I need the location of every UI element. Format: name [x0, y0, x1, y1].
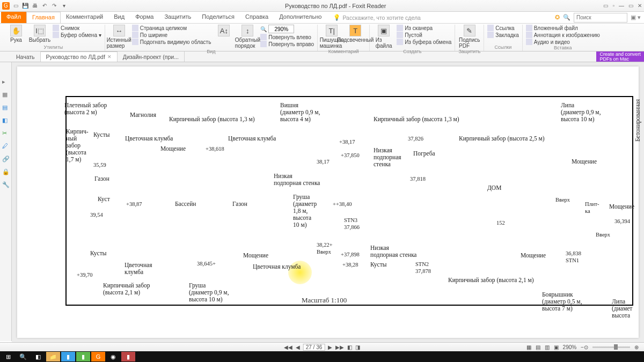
side-cut-icon[interactable]: ✂: [2, 130, 10, 137]
task-app1-icon[interactable]: ▮: [61, 352, 75, 361]
close-button[interactable]: ✕: [638, 3, 642, 9]
tab-view[interactable]: Вид: [108, 12, 130, 23]
first-page-button[interactable]: ◀◀: [284, 344, 292, 350]
status-bar: ◀◀ ◀ 27 / 36 ▶ ▶▶ ◧ ◨ ▦ ▤ ▥ ▣ 290% −⊙ ⊕: [0, 342, 644, 351]
tab-comment[interactable]: Комментарий: [61, 12, 108, 23]
image-annot-button[interactable]: Аннотация к изображению: [526, 32, 600, 38]
fit-page-button[interactable]: Страница целиком: [132, 25, 211, 31]
maximize-button[interactable]: ▭: [628, 3, 633, 9]
minimize-button[interactable]: ▭: [603, 3, 608, 9]
rotate-left-button[interactable]: Повернуть влево: [260, 34, 314, 40]
doc-tab-design[interactable]: Дизайн-проект (при...: [118, 51, 185, 62]
page-indicator[interactable]: 27 / 36: [303, 344, 325, 351]
tab-home[interactable]: Главная: [26, 12, 61, 23]
view-mode1-icon[interactable]: ▦: [526, 344, 531, 350]
help-button[interactable]: —: [619, 3, 624, 9]
plan-label: Погреба: [413, 150, 435, 157]
tab-file[interactable]: Файл: [1, 12, 26, 23]
search-input[interactable]: [574, 13, 627, 23]
task-explorer-icon[interactable]: 📁: [46, 352, 60, 361]
link-button[interactable]: Ссылка: [487, 25, 518, 31]
qat-open-icon[interactable]: ▭: [12, 2, 19, 10]
bookmark-button[interactable]: Закладка: [487, 32, 518, 38]
zoom-combo[interactable]: 🔍: [260, 25, 314, 33]
qat-more-icon[interactable]: ▾: [60, 2, 68, 10]
zoom-slider[interactable]: [592, 346, 630, 348]
actual-size-button[interactable]: ↔Истинный размер: [108, 25, 130, 49]
qat-undo-icon[interactable]: ↶: [41, 2, 48, 10]
view-mode4-icon[interactable]: ▣: [554, 344, 559, 350]
hand-tool-button[interactable]: ✋Рука: [5, 25, 27, 43]
tab-extras[interactable]: Дополнительно: [274, 12, 327, 23]
tab-share[interactable]: Поделиться: [196, 12, 240, 23]
qat-print-icon[interactable]: 🖶: [31, 2, 39, 10]
side-expand-icon[interactable]: ▸: [2, 78, 10, 86]
plan-label: 36,394: [614, 218, 630, 225]
group-view: ↔Истинный размер Страница целиком По шир…: [105, 25, 318, 51]
task-search-icon[interactable]: 🔍: [16, 352, 30, 361]
blank-button[interactable]: Пустой: [397, 32, 451, 38]
star-icon[interactable]: ✪: [555, 14, 560, 21]
side-tools-icon[interactable]: 🔧: [2, 181, 10, 189]
close-icon[interactable]: ✕: [107, 54, 112, 60]
tell-me-search[interactable]: 💡Расскажите, что хотите сдела: [333, 12, 421, 23]
qat-redo-icon[interactable]: ↷: [50, 2, 58, 10]
reverse-order-button[interactable]: ↕Обратный порядок: [237, 25, 258, 49]
nav-extra1-icon[interactable]: ◧: [347, 344, 352, 350]
plan-label: +37,850: [341, 152, 360, 159]
last-page-button[interactable]: ▶▶: [335, 344, 344, 350]
clipboard-button[interactable]: Буфер обмена ▾: [53, 32, 101, 38]
task-foxit-icon[interactable]: G: [91, 352, 105, 361]
qat-save-icon[interactable]: 💾: [21, 2, 29, 10]
document-tabs: Начать Руководство по ЛД.pdf✕ Дизайн-про…: [0, 51, 644, 62]
restore-button[interactable]: ▫: [612, 3, 614, 9]
tab-form[interactable]: Форма: [130, 12, 159, 23]
convert-ad[interactable]: Create and convert PDFs on Mac: [596, 51, 644, 62]
plan-label: Низкая подпорная стенка: [374, 147, 401, 168]
next-page-button[interactable]: ▶: [328, 344, 332, 350]
zoom-out-button[interactable]: −⊙: [581, 344, 588, 350]
highlight-button[interactable]: TПодсвеченный: [345, 25, 366, 43]
zoom-in-button[interactable]: ⊕: [634, 344, 639, 350]
prev-page-button[interactable]: ◀: [296, 344, 300, 350]
plan-label: Кусты: [90, 250, 106, 257]
tab-protect[interactable]: Защитить: [159, 12, 196, 23]
task-view-icon[interactable]: ◧: [31, 352, 45, 361]
doc-tab-start[interactable]: Начать: [11, 51, 41, 62]
plan-label: Кусты: [93, 131, 109, 138]
audio-video-button[interactable]: Аудио и видео: [526, 39, 600, 45]
task-app2-icon[interactable]: ▮: [76, 352, 90, 361]
doc-tab-main[interactable]: Руководство по ЛД.pdf✕: [41, 51, 118, 62]
clipboard-label: Буфер обмена ▾: [61, 32, 101, 38]
document-viewport[interactable]: Плетеный забор (высота 2 м)МагнолияКирпи…: [12, 62, 644, 342]
zoom-input[interactable]: [268, 25, 294, 33]
from-clipboard-button[interactable]: Из буфера обмена: [397, 39, 451, 45]
task-app3-icon[interactable]: ▮: [121, 352, 135, 361]
side-lock-icon[interactable]: 🔒: [2, 168, 10, 176]
from-file-button[interactable]: ▣Из файла: [373, 25, 394, 49]
zoom-thumb[interactable]: [614, 344, 618, 350]
view-mode2-icon[interactable]: ▤: [536, 344, 540, 350]
select-tool-button[interactable]: I⬚Выбрать: [29, 25, 50, 43]
ribbon-collapse-icon[interactable]: ▣ ▾: [631, 14, 641, 21]
reflow-button[interactable]: A↕: [213, 25, 235, 36]
side-pen-icon[interactable]: 🖊: [2, 143, 10, 150]
side-layers-icon[interactable]: ◧: [2, 117, 10, 124]
select-icon: I⬚: [34, 25, 46, 36]
nav-extra2-icon[interactable]: ◨: [355, 344, 360, 350]
task-chrome-icon[interactable]: ◉: [106, 352, 120, 361]
fit-width-button[interactable]: По ширине: [132, 32, 211, 38]
attach-file-button[interactable]: Вложенный файл: [526, 25, 600, 31]
side-page-icon[interactable]: ▤: [2, 104, 10, 112]
clipboard-icon: [53, 32, 59, 38]
rotate-right-button[interactable]: Повернуть вправо: [260, 41, 314, 47]
sign-pdf-button[interactable]: ✎Подпись PDF: [459, 25, 480, 49]
fit-visible-button[interactable]: Подогнать видимую область: [132, 39, 211, 45]
from-scanner-button[interactable]: Из сканера: [397, 25, 451, 31]
view-mode3-icon[interactable]: ▥: [545, 344, 550, 350]
snapshot-button[interactable]: Снимок: [53, 25, 101, 31]
start-button[interactable]: ⊞: [1, 352, 15, 361]
side-thumbnails-icon[interactable]: ▦: [2, 91, 10, 99]
tab-help[interactable]: Справка: [240, 12, 274, 23]
side-link-icon[interactable]: 🔗: [2, 156, 10, 163]
